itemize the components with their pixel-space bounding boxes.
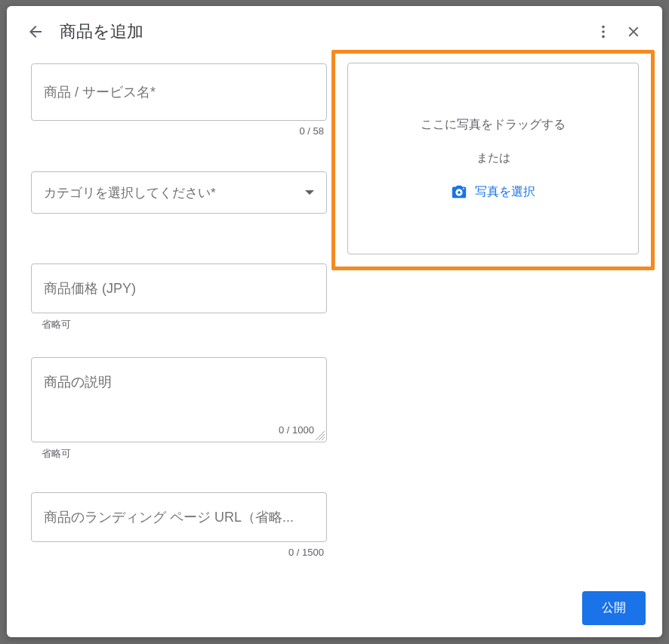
svg-point-2	[602, 35, 605, 39]
dialog-content: 0 / 58 カテゴリを選択してください* 省略可 商品の説明 0 / 1000	[7, 54, 662, 579]
publish-button-label: 公開	[602, 601, 626, 614]
description-placeholder: 商品の説明	[44, 373, 314, 391]
add-product-dialog: 商品を追加 0 / 58 カテゴリを選択してください*	[7, 6, 662, 637]
select-photo-label: 写真を選択	[475, 184, 535, 200]
more-options-button[interactable]	[588, 17, 618, 47]
dialog-header: 商品を追加	[7, 6, 662, 54]
dialog-title: 商品を追加	[60, 20, 143, 43]
price-helper: 省略可	[42, 318, 327, 331]
arrow-back-icon	[26, 23, 45, 41]
url-field-wrap: 0 / 1500	[31, 492, 327, 558]
chevron-down-icon	[305, 190, 314, 195]
description-field-wrap: 商品の説明 0 / 1000 省略可	[31, 357, 327, 461]
category-field-wrap: カテゴリを選択してください*	[31, 171, 327, 214]
select-photo-button[interactable]: 写真を選択	[451, 183, 535, 200]
more-vert-icon	[595, 23, 612, 40]
description-field[interactable]: 商品の説明 0 / 1000	[31, 357, 327, 442]
photo-drop-zone[interactable]: ここに写真をドラッグする または 写真を選択	[347, 63, 639, 254]
svg-rect-5	[458, 192, 461, 193]
close-icon	[625, 23, 642, 40]
product-name-field-wrap: 0 / 58	[31, 63, 327, 137]
photo-highlight-box: ここに写真をドラッグする または 写真を選択	[331, 50, 655, 270]
category-placeholder: カテゴリを選択してください*	[44, 184, 305, 202]
price-input[interactable]	[44, 281, 314, 297]
product-name-field[interactable]	[31, 63, 327, 121]
photo-drag-text: ここに写真をドラッグする	[421, 117, 566, 133]
url-input[interactable]	[44, 510, 314, 525]
back-button[interactable]	[20, 17, 51, 47]
price-field-wrap: 省略可	[31, 263, 327, 331]
category-select[interactable]: カテゴリを選択してください*	[31, 171, 327, 214]
left-column: 0 / 58 カテゴリを選択してください* 省略可 商品の説明 0 / 1000	[31, 63, 327, 579]
product-name-counter: 0 / 58	[31, 125, 327, 137]
description-helper: 省略可	[42, 447, 327, 461]
price-field[interactable]	[31, 263, 327, 313]
resize-handle-icon[interactable]	[316, 431, 325, 440]
svg-point-1	[602, 30, 605, 33]
url-counter: 0 / 1500	[31, 547, 327, 558]
product-name-input[interactable]	[44, 85, 314, 100]
publish-button[interactable]: 公開	[582, 591, 646, 625]
close-button[interactable]	[618, 17, 649, 47]
svg-point-0	[602, 26, 605, 29]
description-counter: 0 / 1000	[44, 424, 314, 436]
photo-or-text: または	[476, 151, 510, 165]
camera-icon	[451, 183, 467, 200]
dialog-footer: 公開	[7, 579, 662, 639]
url-field[interactable]	[31, 492, 327, 542]
